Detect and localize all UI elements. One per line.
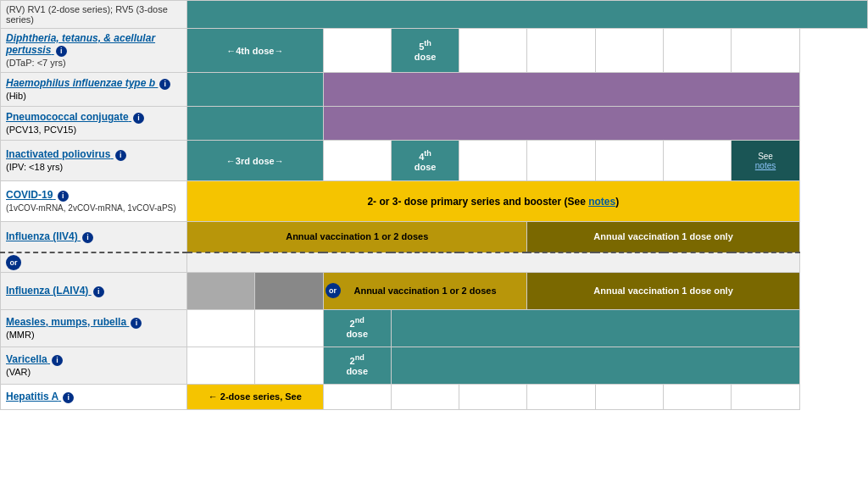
hib-link[interactable]: Haemophilus influenzae type b: [6, 77, 158, 89]
dtap-empty2: [527, 29, 595, 73]
varicella-dose2: 2nddose: [323, 347, 391, 384]
ipv-dose3: ←3rd dose→: [187, 141, 324, 181]
dtap-link[interactable]: Diphtheria, tetanus, & acellular pertuss…: [6, 32, 155, 56]
hepa-empty4: [527, 384, 595, 409]
row-hib: Haemophilus influenzae type b i (Hib): [1, 73, 868, 107]
hepa-empty6: [664, 384, 732, 409]
ipv-empty4: [664, 141, 732, 181]
varicella-info-icon[interactable]: i: [52, 355, 63, 366]
row-influenza-iiv4: Influenza (IIV4) i Annual vaccination 1 …: [1, 222, 868, 252]
ipv-name-cell: Inactivated poliovirus i (IPV: <18 yrs): [1, 141, 187, 181]
dtap-dose4: ←4th dose→: [187, 29, 324, 73]
dtap-info-icon[interactable]: i: [56, 46, 67, 57]
mmr-dose2: 2nddose: [323, 309, 391, 347]
row-varicella: Varicella i (VAR) 2nddose: [1, 347, 868, 384]
mmr-empty1: [187, 309, 255, 347]
pcv-link[interactable]: Pneumococcal conjugate: [6, 111, 131, 123]
covid-link[interactable]: COVID-19: [6, 189, 56, 201]
laiv4-gray2: [255, 272, 323, 309]
hepa-name-cell: Hepatitis A i: [1, 384, 187, 409]
dtap-sub: (DTaP: <7 yrs): [6, 58, 66, 68]
ipv-dose4: 4thdose: [391, 141, 459, 181]
or-span: [187, 252, 800, 273]
laiv4-name-cell: Influenza (LAIV4) i: [1, 272, 187, 309]
mmr-info-icon[interactable]: i: [131, 318, 142, 329]
covid-info-icon[interactable]: i: [58, 191, 69, 202]
row-hepa: Hepatitis A i ← 2-dose series, See: [1, 384, 868, 409]
iiv4-info-icon[interactable]: i: [82, 232, 93, 243]
dtap-empty1: [459, 29, 527, 73]
laiv4-annual1: or Annual vaccination 1 or 2 doses: [323, 272, 527, 309]
hib-info-icon[interactable]: i: [159, 79, 170, 90]
dtap-empty5: [732, 29, 799, 73]
mmr-link[interactable]: Measles, mumps, rubella: [6, 316, 129, 328]
pcv-sub: (PCV13, PCV15): [6, 125, 76, 135]
pcv-name-cell: Pneumococcal conjugate i (PCV13, PCV15): [1, 107, 187, 141]
row-mmr: Measles, mumps, rubella i (MMR) 2nddose: [1, 309, 868, 347]
laiv4-gray1: [187, 272, 255, 309]
iiv4-name-cell: Influenza (IIV4) i: [1, 222, 187, 252]
hepa-empty2: [391, 384, 459, 409]
pcv-teal1: [187, 107, 324, 141]
hepa-info-icon[interactable]: i: [63, 392, 74, 403]
rv-span: [187, 1, 868, 29]
hepa-link[interactable]: Hepatitis A: [6, 391, 61, 402]
ipv-see-notes: See notes: [732, 141, 799, 181]
row-pcv: Pneumococcal conjugate i (PCV13, PCV15): [1, 107, 868, 141]
mmr-teal1: [391, 309, 799, 347]
ipv-empty1: [459, 141, 527, 181]
ipv-info-icon[interactable]: i: [115, 150, 126, 161]
row-covid: COVID-19 i (1vCOV-mRNA, 2vCOV-mRNA, 1vCO…: [1, 181, 868, 222]
row-ipv: Inactivated poliovirus i (IPV: <18 yrs) …: [1, 141, 868, 181]
iiv4-link[interactable]: Influenza (IIV4): [6, 230, 81, 242]
dtap-gap1: [323, 29, 391, 73]
covid-name-cell: COVID-19 i (1vCOV-mRNA, 2vCOV-mRNA, 1vCO…: [1, 181, 187, 222]
ipv-empty3: [595, 141, 663, 181]
pcv-purple: [323, 107, 799, 141]
hepa-dose-series: ← 2-dose series, See: [187, 384, 324, 409]
row-dtap: Diphtheria, tetanus, & acellular pertuss…: [1, 29, 868, 73]
covid-span: 2- or 3- dose primary series and booster…: [187, 181, 800, 222]
dtap-empty3: [595, 29, 663, 73]
hepa-empty3: [459, 384, 527, 409]
laiv4-link[interactable]: Influenza (LAIV4): [6, 285, 92, 297]
hib-purple: [323, 73, 799, 107]
rv-label: (RV) RV1 (2-dose series); RV5 (3-dose se…: [6, 4, 168, 25]
row-influenza-laiv4: Influenza (LAIV4) i or Annual vaccinatio…: [1, 272, 868, 309]
dtap-empty4: [664, 29, 732, 73]
hepa-empty5: [595, 384, 663, 409]
row-rv: (RV) RV1 (2-dose series); RV5 (3-dose se…: [1, 1, 868, 29]
ipv-notes-link[interactable]: notes: [755, 161, 776, 170]
or-badge: or: [6, 255, 21, 270]
laiv4-annual2: Annual vaccination 1 dose only: [527, 272, 799, 309]
hib-name-cell: Haemophilus influenzae type b i (Hib): [1, 73, 187, 107]
laiv4-info-icon[interactable]: i: [93, 286, 104, 297]
hepa-empty1: [323, 384, 391, 409]
ipv-link[interactable]: Inactivated poliovirus: [6, 148, 114, 160]
dtap-dose5: 5thdose: [391, 29, 459, 73]
mmr-empty2: [255, 309, 323, 347]
varicella-teal1: [391, 347, 799, 384]
ipv-sub: (IPV: <18 yrs): [6, 162, 63, 172]
or-cell: or: [1, 252, 187, 273]
row-or: or: [1, 252, 868, 273]
ipv-gap: [323, 141, 391, 181]
varicella-empty1: [187, 347, 255, 384]
hib-sub: (Hib): [6, 91, 26, 101]
hepa-empty7: [732, 384, 799, 409]
iiv4-annual2: Annual vaccination 1 dose only: [527, 222, 799, 252]
varicella-name-cell: Varicella i (VAR): [1, 347, 187, 384]
dtap-name-cell: Diphtheria, tetanus, & acellular pertuss…: [1, 29, 187, 73]
ipv-empty2: [527, 141, 595, 181]
varicella-link[interactable]: Varicella: [6, 353, 50, 365]
varicella-empty2: [255, 347, 323, 384]
mmr-name-cell: Measles, mumps, rubella i (MMR): [1, 309, 187, 347]
covid-notes-link[interactable]: notes: [588, 196, 615, 208]
hib-teal1: [187, 73, 324, 107]
iiv4-annual1: Annual vaccination 1 or 2 doses: [187, 222, 527, 252]
varicella-sub: (VAR): [6, 367, 31, 377]
mmr-sub: (MMR): [6, 330, 35, 340]
or-badge-2: or: [326, 283, 341, 298]
rv-name-cell: (RV) RV1 (2-dose series); RV5 (3-dose se…: [1, 1, 187, 29]
pcv-info-icon[interactable]: i: [133, 113, 144, 124]
